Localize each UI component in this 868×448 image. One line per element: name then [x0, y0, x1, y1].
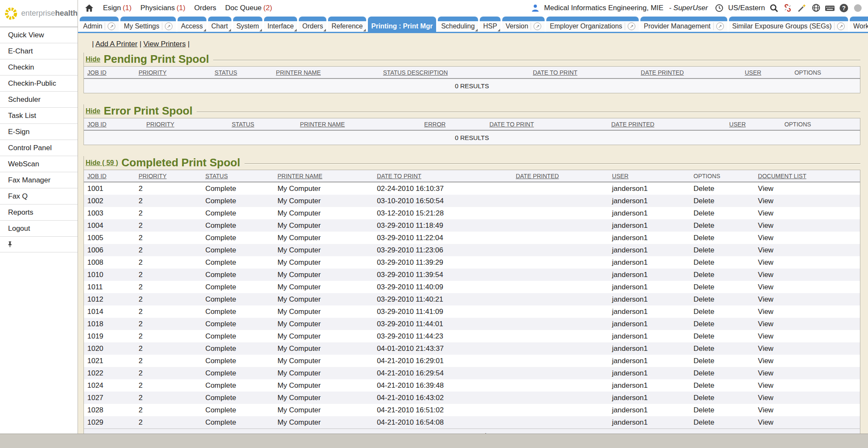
column-header-printer-name[interactable]: PRINTER NAME [273, 67, 380, 79]
column-header-label[interactable]: DATE TO PRINT [490, 121, 534, 128]
sidebar-item-task-list[interactable]: Task List [0, 108, 78, 124]
tab-employer-organizations[interactable]: Employer Organizations↗ [546, 17, 639, 32]
sidebar-item-checkin[interactable]: Checkin [0, 59, 78, 76]
organization-name[interactable]: Medical Informatics Engineering, MIE [544, 4, 664, 12]
globe-icon[interactable] [811, 3, 821, 13]
sidebar-item-scheduler[interactable]: Scheduler [0, 92, 78, 108]
column-header-date-to-print[interactable]: DATE TO PRINT [486, 118, 608, 131]
column-header-error[interactable]: ERROR [421, 118, 486, 131]
column-header-label[interactable]: PRINTER NAME [300, 121, 345, 128]
tab-access[interactable]: Access [178, 17, 206, 32]
view-link[interactable]: View [758, 332, 773, 340]
column-header-label[interactable]: DATE PRINTED [641, 69, 684, 76]
sidebar-item-quick-view[interactable]: Quick View [0, 27, 78, 43]
add-a-printer-link[interactable]: Add A Printer [95, 40, 137, 48]
column-header-status-description[interactable]: STATUS DESCRIPTION [380, 67, 529, 79]
column-header-user[interactable]: USER [741, 67, 791, 79]
topbar-item-esign[interactable]: Esign(1) [103, 4, 131, 12]
sidebar-item-reports[interactable]: Reports [0, 204, 78, 221]
topbar-item-doc-queue[interactable]: Doc Queue(2) [225, 4, 272, 12]
delete-link[interactable]: Delete [693, 418, 714, 426]
next-page-link[interactable]: NEXT [497, 432, 514, 434]
help-icon[interactable]: ? [839, 3, 849, 13]
delete-link[interactable]: Delete [693, 283, 714, 291]
sidebar-item-checkin-public[interactable]: Checkin-Public [0, 76, 78, 92]
delete-link[interactable]: Delete [693, 234, 714, 242]
column-header-label[interactable]: STATUS [205, 173, 228, 179]
tab-work-locations[interactable]: Work Locations↗ [850, 17, 868, 32]
column-header-label[interactable]: PRIORITY [139, 69, 167, 76]
search-icon[interactable] [769, 3, 779, 13]
view-link[interactable]: View [758, 406, 773, 414]
tab-orders[interactable]: Orders [299, 17, 326, 32]
delete-link[interactable]: Delete [693, 197, 714, 205]
view-link[interactable]: View [758, 221, 773, 230]
column-header-job-id[interactable]: JOB ID [84, 118, 143, 131]
delete-link[interactable]: Delete [693, 394, 714, 402]
view-link[interactable]: View [758, 344, 773, 353]
tab-printing-print-mgr[interactable]: Printing : Print Mgr [368, 17, 436, 32]
tab-similar-exposure-groups-segs[interactable]: Similar Exposure Groups (SEGs)↗ [729, 17, 849, 32]
column-header-date-printed[interactable]: DATE PRINTED [637, 67, 741, 79]
view-link[interactable]: View [758, 381, 773, 389]
column-header-priority[interactable]: PRIORITY [135, 170, 202, 182]
delete-link[interactable]: Delete [693, 308, 714, 316]
column-header-job-id[interactable]: JOB ID [84, 170, 135, 182]
open-in-new-window-icon[interactable]: ↗ [165, 22, 172, 30]
sidebar-item-webscan[interactable]: WebScan [0, 156, 78, 172]
delete-link[interactable]: Delete [693, 357, 714, 365]
view-link[interactable]: View [758, 209, 773, 217]
column-header-label[interactable]: JOB ID [87, 69, 106, 76]
view-link[interactable]: View [758, 234, 773, 242]
column-header-label[interactable]: STATUS [232, 121, 254, 128]
home-icon[interactable] [84, 3, 94, 13]
column-header-label[interactable]: JOB ID [87, 121, 106, 128]
view-printers-link[interactable]: View Printers [143, 40, 186, 48]
view-link[interactable]: View [758, 258, 773, 266]
column-header-label[interactable]: PRINTER NAME [276, 69, 321, 76]
topbar-item-orders[interactable]: Orders [194, 4, 216, 12]
sidebar-item-logout[interactable]: Logout [0, 221, 78, 237]
column-header-label[interactable]: DATE PRINTED [611, 121, 654, 128]
delete-link[interactable]: Delete [693, 344, 714, 353]
column-header-label[interactable]: ERROR [424, 121, 446, 128]
column-header-label[interactable]: PRIORITY [146, 121, 174, 128]
view-link[interactable]: View [758, 271, 773, 279]
column-header-label[interactable]: USER [729, 121, 746, 128]
tab-chart[interactable]: Chart [208, 17, 231, 32]
pending-hide-link[interactable]: Hide [86, 56, 100, 63]
column-header-label[interactable]: STATUS DESCRIPTION [383, 69, 448, 76]
delete-link[interactable]: Delete [693, 369, 714, 377]
open-in-new-window-icon[interactable]: ↗ [837, 22, 845, 30]
column-header-label[interactable]: USER [612, 173, 629, 179]
delete-link[interactable]: Delete [693, 295, 714, 303]
sidebar-item-fax-manager[interactable]: Fax Manager [0, 172, 78, 188]
open-in-new-window-icon[interactable]: ↗ [716, 22, 724, 30]
delete-link[interactable]: Delete [693, 221, 714, 230]
topbar-item-physicians[interactable]: Physicians(1) [140, 4, 185, 12]
view-link[interactable]: View [758, 246, 773, 254]
view-link[interactable]: View [758, 185, 773, 193]
column-header-user[interactable]: USER [726, 118, 781, 131]
view-link[interactable]: View [758, 283, 773, 291]
column-header-label[interactable]: USER [745, 69, 761, 76]
column-header-label[interactable]: DOCUMENT LIST [758, 173, 806, 179]
view-link[interactable]: View [758, 308, 773, 316]
tab-hsp[interactable]: HSP [480, 17, 501, 32]
column-header-date-to-print[interactable]: DATE TO PRINT [529, 67, 637, 79]
column-header-user[interactable]: USER [609, 170, 690, 182]
column-header-date-printed[interactable]: DATE PRINTED [512, 170, 609, 182]
error-hide-link[interactable]: Hide [86, 107, 100, 115]
tab-reference[interactable]: Reference [328, 17, 366, 32]
column-header-label[interactable]: DATE TO PRINT [533, 69, 577, 76]
column-header-printer-name[interactable]: PRINTER NAME [297, 118, 421, 131]
keyboard-icon[interactable] [825, 3, 835, 13]
delete-link[interactable]: Delete [693, 406, 714, 414]
tab-my-settings[interactable]: My Settings↗ [120, 17, 176, 32]
delete-link[interactable]: Delete [693, 209, 714, 217]
column-header-label[interactable]: PRINTER NAME [278, 173, 323, 179]
broken-link-icon[interactable] [783, 3, 793, 13]
column-header-priority[interactable]: PRIORITY [135, 67, 211, 79]
magic-wand-icon[interactable] [797, 3, 807, 13]
view-link[interactable]: View [758, 320, 773, 328]
